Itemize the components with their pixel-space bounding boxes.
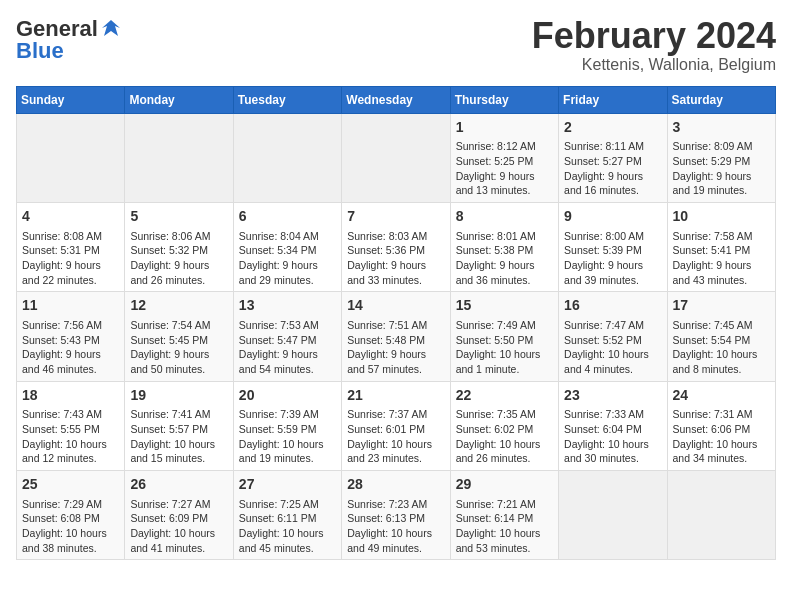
calendar-cell: 16Sunrise: 7:47 AM Sunset: 5:52 PM Dayli… bbox=[559, 292, 667, 381]
calendar-cell bbox=[233, 113, 341, 202]
day-info: Sunrise: 7:31 AM Sunset: 6:06 PM Dayligh… bbox=[673, 407, 770, 466]
calendar-cell: 4Sunrise: 8:08 AM Sunset: 5:31 PM Daylig… bbox=[17, 202, 125, 291]
day-number: 3 bbox=[673, 118, 770, 138]
day-number: 1 bbox=[456, 118, 553, 138]
day-info: Sunrise: 7:25 AM Sunset: 6:11 PM Dayligh… bbox=[239, 497, 336, 556]
calendar-cell bbox=[667, 470, 775, 559]
calendar-cell: 10Sunrise: 7:58 AM Sunset: 5:41 PM Dayli… bbox=[667, 202, 775, 291]
calendar-cell: 20Sunrise: 7:39 AM Sunset: 5:59 PM Dayli… bbox=[233, 381, 341, 470]
day-info: Sunrise: 7:33 AM Sunset: 6:04 PM Dayligh… bbox=[564, 407, 661, 466]
calendar-week-2: 4Sunrise: 8:08 AM Sunset: 5:31 PM Daylig… bbox=[17, 202, 776, 291]
day-info: Sunrise: 7:45 AM Sunset: 5:54 PM Dayligh… bbox=[673, 318, 770, 377]
day-info: Sunrise: 7:51 AM Sunset: 5:48 PM Dayligh… bbox=[347, 318, 444, 377]
calendar-cell: 27Sunrise: 7:25 AM Sunset: 6:11 PM Dayli… bbox=[233, 470, 341, 559]
calendar-cell: 24Sunrise: 7:31 AM Sunset: 6:06 PM Dayli… bbox=[667, 381, 775, 470]
day-number: 22 bbox=[456, 386, 553, 406]
day-info: Sunrise: 7:49 AM Sunset: 5:50 PM Dayligh… bbox=[456, 318, 553, 377]
calendar-cell: 22Sunrise: 7:35 AM Sunset: 6:02 PM Dayli… bbox=[450, 381, 558, 470]
page-title: February 2024 bbox=[532, 16, 776, 56]
day-info: Sunrise: 8:12 AM Sunset: 5:25 PM Dayligh… bbox=[456, 139, 553, 198]
calendar-cell: 12Sunrise: 7:54 AM Sunset: 5:45 PM Dayli… bbox=[125, 292, 233, 381]
day-number: 27 bbox=[239, 475, 336, 495]
day-number: 19 bbox=[130, 386, 227, 406]
col-tuesday: Tuesday bbox=[233, 86, 341, 113]
day-number: 4 bbox=[22, 207, 119, 227]
day-number: 28 bbox=[347, 475, 444, 495]
day-number: 12 bbox=[130, 296, 227, 316]
calendar-cell: 5Sunrise: 8:06 AM Sunset: 5:32 PM Daylig… bbox=[125, 202, 233, 291]
calendar-cell: 15Sunrise: 7:49 AM Sunset: 5:50 PM Dayli… bbox=[450, 292, 558, 381]
day-info: Sunrise: 8:09 AM Sunset: 5:29 PM Dayligh… bbox=[673, 139, 770, 198]
calendar-cell: 25Sunrise: 7:29 AM Sunset: 6:08 PM Dayli… bbox=[17, 470, 125, 559]
calendar-cell: 29Sunrise: 7:21 AM Sunset: 6:14 PM Dayli… bbox=[450, 470, 558, 559]
day-info: Sunrise: 8:06 AM Sunset: 5:32 PM Dayligh… bbox=[130, 229, 227, 288]
day-info: Sunrise: 7:47 AM Sunset: 5:52 PM Dayligh… bbox=[564, 318, 661, 377]
day-info: Sunrise: 7:37 AM Sunset: 6:01 PM Dayligh… bbox=[347, 407, 444, 466]
calendar-table: Sunday Monday Tuesday Wednesday Thursday… bbox=[16, 86, 776, 561]
calendar-cell: 8Sunrise: 8:01 AM Sunset: 5:38 PM Daylig… bbox=[450, 202, 558, 291]
day-info: Sunrise: 8:03 AM Sunset: 5:36 PM Dayligh… bbox=[347, 229, 444, 288]
day-number: 9 bbox=[564, 207, 661, 227]
header-row: Sunday Monday Tuesday Wednesday Thursday… bbox=[17, 86, 776, 113]
calendar-cell: 2Sunrise: 8:11 AM Sunset: 5:27 PM Daylig… bbox=[559, 113, 667, 202]
calendar-cell: 26Sunrise: 7:27 AM Sunset: 6:09 PM Dayli… bbox=[125, 470, 233, 559]
day-number: 13 bbox=[239, 296, 336, 316]
calendar-cell: 1Sunrise: 8:12 AM Sunset: 5:25 PM Daylig… bbox=[450, 113, 558, 202]
title-area: February 2024 Kettenis, Wallonia, Belgiu… bbox=[532, 16, 776, 74]
day-info: Sunrise: 8:00 AM Sunset: 5:39 PM Dayligh… bbox=[564, 229, 661, 288]
calendar-body: 1Sunrise: 8:12 AM Sunset: 5:25 PM Daylig… bbox=[17, 113, 776, 560]
day-number: 14 bbox=[347, 296, 444, 316]
day-number: 24 bbox=[673, 386, 770, 406]
day-info: Sunrise: 8:11 AM Sunset: 5:27 PM Dayligh… bbox=[564, 139, 661, 198]
calendar-week-4: 18Sunrise: 7:43 AM Sunset: 5:55 PM Dayli… bbox=[17, 381, 776, 470]
day-number: 21 bbox=[347, 386, 444, 406]
col-sunday: Sunday bbox=[17, 86, 125, 113]
calendar-cell bbox=[559, 470, 667, 559]
day-number: 25 bbox=[22, 475, 119, 495]
calendar-cell: 21Sunrise: 7:37 AM Sunset: 6:01 PM Dayli… bbox=[342, 381, 450, 470]
day-info: Sunrise: 7:35 AM Sunset: 6:02 PM Dayligh… bbox=[456, 407, 553, 466]
calendar-header: Sunday Monday Tuesday Wednesday Thursday… bbox=[17, 86, 776, 113]
day-info: Sunrise: 8:04 AM Sunset: 5:34 PM Dayligh… bbox=[239, 229, 336, 288]
col-monday: Monday bbox=[125, 86, 233, 113]
day-number: 15 bbox=[456, 296, 553, 316]
calendar-cell: 13Sunrise: 7:53 AM Sunset: 5:47 PM Dayli… bbox=[233, 292, 341, 381]
calendar-cell: 18Sunrise: 7:43 AM Sunset: 5:55 PM Dayli… bbox=[17, 381, 125, 470]
day-number: 5 bbox=[130, 207, 227, 227]
calendar-week-1: 1Sunrise: 8:12 AM Sunset: 5:25 PM Daylig… bbox=[17, 113, 776, 202]
header: General Blue February 2024 Kettenis, Wal… bbox=[16, 16, 776, 74]
day-info: Sunrise: 7:53 AM Sunset: 5:47 PM Dayligh… bbox=[239, 318, 336, 377]
day-info: Sunrise: 7:58 AM Sunset: 5:41 PM Dayligh… bbox=[673, 229, 770, 288]
calendar-cell: 19Sunrise: 7:41 AM Sunset: 5:57 PM Dayli… bbox=[125, 381, 233, 470]
day-info: Sunrise: 7:43 AM Sunset: 5:55 PM Dayligh… bbox=[22, 407, 119, 466]
day-number: 26 bbox=[130, 475, 227, 495]
day-number: 8 bbox=[456, 207, 553, 227]
day-info: Sunrise: 7:23 AM Sunset: 6:13 PM Dayligh… bbox=[347, 497, 444, 556]
day-number: 16 bbox=[564, 296, 661, 316]
day-number: 6 bbox=[239, 207, 336, 227]
day-info: Sunrise: 7:21 AM Sunset: 6:14 PM Dayligh… bbox=[456, 497, 553, 556]
day-number: 2 bbox=[564, 118, 661, 138]
calendar-cell: 14Sunrise: 7:51 AM Sunset: 5:48 PM Dayli… bbox=[342, 292, 450, 381]
day-info: Sunrise: 7:29 AM Sunset: 6:08 PM Dayligh… bbox=[22, 497, 119, 556]
calendar-week-5: 25Sunrise: 7:29 AM Sunset: 6:08 PM Dayli… bbox=[17, 470, 776, 559]
svg-marker-0 bbox=[102, 20, 120, 36]
day-number: 10 bbox=[673, 207, 770, 227]
col-friday: Friday bbox=[559, 86, 667, 113]
day-info: Sunrise: 7:41 AM Sunset: 5:57 PM Dayligh… bbox=[130, 407, 227, 466]
day-info: Sunrise: 7:56 AM Sunset: 5:43 PM Dayligh… bbox=[22, 318, 119, 377]
calendar-cell: 3Sunrise: 8:09 AM Sunset: 5:29 PM Daylig… bbox=[667, 113, 775, 202]
day-number: 11 bbox=[22, 296, 119, 316]
calendar-cell: 6Sunrise: 8:04 AM Sunset: 5:34 PM Daylig… bbox=[233, 202, 341, 291]
calendar-week-3: 11Sunrise: 7:56 AM Sunset: 5:43 PM Dayli… bbox=[17, 292, 776, 381]
day-info: Sunrise: 7:39 AM Sunset: 5:59 PM Dayligh… bbox=[239, 407, 336, 466]
logo-bird-icon bbox=[100, 18, 122, 40]
day-number: 7 bbox=[347, 207, 444, 227]
day-number: 29 bbox=[456, 475, 553, 495]
day-info: Sunrise: 7:54 AM Sunset: 5:45 PM Dayligh… bbox=[130, 318, 227, 377]
calendar-cell: 23Sunrise: 7:33 AM Sunset: 6:04 PM Dayli… bbox=[559, 381, 667, 470]
calendar-cell: 28Sunrise: 7:23 AM Sunset: 6:13 PM Dayli… bbox=[342, 470, 450, 559]
day-info: Sunrise: 8:01 AM Sunset: 5:38 PM Dayligh… bbox=[456, 229, 553, 288]
day-number: 20 bbox=[239, 386, 336, 406]
day-number: 18 bbox=[22, 386, 119, 406]
